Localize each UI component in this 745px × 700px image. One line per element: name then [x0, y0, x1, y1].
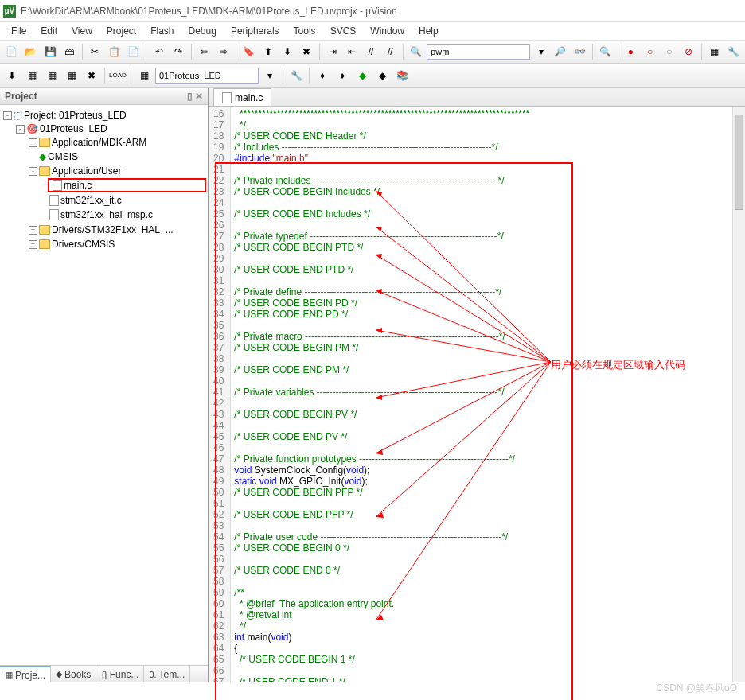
tab-books[interactable]: ◆ Books [51, 666, 96, 682]
expand-icon[interactable]: - [16, 125, 25, 134]
file-icon [49, 209, 59, 220]
group-label: Drivers/CMSIS [52, 239, 115, 250]
incremental-find-button[interactable]: 👓 [571, 43, 588, 60]
tree-file-msp[interactable]: stm32f1xx_hal_msp.c [48, 208, 206, 221]
target-dropdown[interactable]: ▾ [261, 67, 279, 84]
uncomment-button[interactable]: // [382, 43, 399, 60]
tree-target[interactable]: - 🎯 01Proteus_LED [14, 122, 206, 135]
build-button[interactable]: ▦ [23, 67, 41, 84]
options-button[interactable]: 🔧 [287, 67, 305, 84]
tree-group-drivers-cmsis[interactable]: + Drivers/CMSIS [27, 238, 206, 251]
vertical-scrollbar[interactable] [732, 107, 745, 682]
tree-group-cmsis[interactable]: ◆ CMSIS [27, 150, 206, 163]
menu-svcs[interactable]: SVCS [324, 24, 363, 38]
expand-icon[interactable]: - [29, 167, 37, 176]
file-label: stm32f1xx_hal_msp.c [60, 209, 153, 220]
undo-button[interactable]: ↶ [150, 43, 167, 60]
download-button[interactable]: LOAD [109, 67, 127, 84]
debug-button[interactable]: 🔍 [597, 43, 614, 60]
group-label: Drivers/STM32F1xx_HAL_... [52, 224, 174, 235]
project-tree[interactable]: - ⬚ Project: 01Proteus_LED - 🎯 01Proteus… [0, 105, 208, 665]
indent-button[interactable]: ⇥ [324, 43, 341, 60]
panel-title: Project [5, 91, 37, 102]
redo-button[interactable]: ↷ [170, 43, 187, 60]
breakpoint-kill-button[interactable]: ⊘ [681, 43, 697, 60]
batch-build-button[interactable]: ▦ [63, 67, 80, 84]
editor-tab-main[interactable]: main.c [213, 88, 271, 106]
menu-window[interactable]: Window [364, 24, 411, 38]
tab-templates[interactable]: 0. Tem... [144, 666, 190, 682]
scroll-thumb[interactable] [735, 115, 743, 210]
new-button[interactable]: 📄 [3, 43, 20, 60]
breakpoint-insert-button[interactable]: ● [622, 43, 639, 60]
target-options-button[interactable]: ▦ [135, 67, 153, 84]
group-label: Application/User [52, 165, 121, 177]
rebuild-button[interactable]: ▦ [43, 67, 60, 84]
expand-icon[interactable]: + [29, 138, 37, 147]
manage-button[interactable]: ♦ [314, 67, 331, 84]
window-button[interactable]: ▦ [706, 43, 723, 60]
nav-back-button[interactable]: ⇦ [196, 43, 213, 60]
open-button[interactable]: 📂 [22, 43, 39, 60]
tree-file-it[interactable]: stm32f1xx_it.c [48, 194, 206, 207]
separator [319, 44, 320, 60]
find-dropdown[interactable]: ▾ [532, 43, 549, 60]
separator [403, 44, 404, 60]
bookmark-prev-button[interactable]: ⬆ [259, 43, 276, 60]
app-icon: µV [3, 5, 16, 18]
menu-edit[interactable]: Edit [34, 24, 64, 38]
stop-build-button[interactable]: ✖ [83, 67, 100, 84]
code-content[interactable]: ****************************************… [231, 107, 554, 682]
manage-rte-button[interactable]: ♦ [333, 67, 351, 84]
tab-label: main.c [235, 92, 263, 103]
menu-view[interactable]: View [65, 24, 99, 38]
find-button[interactable]: 🔍 [408, 43, 424, 60]
separator [82, 44, 83, 60]
menu-file[interactable]: File [5, 24, 33, 38]
tab-functions[interactable]: {} Func... [96, 666, 144, 682]
comment-button[interactable]: // [362, 43, 379, 60]
menu-debug[interactable]: Debug [182, 24, 223, 38]
code-editor[interactable]: 1617181920212223242526272829303132333435… [209, 107, 745, 682]
separator [146, 44, 146, 60]
bookmark-next-button[interactable]: ⬇ [279, 43, 296, 60]
tab-project[interactable]: ▦ Proje... [0, 666, 51, 682]
translate-button[interactable]: ⬇ [3, 67, 21, 84]
tree-group-mdkarm[interactable]: + Application/MDK-ARM [27, 136, 206, 149]
expand-icon[interactable]: + [29, 240, 37, 249]
tree-root[interactable]: - ⬚ Project: 01Proteus_LED [2, 109, 206, 122]
breakpoint-disable-button[interactable]: ○ [661, 43, 677, 60]
target-select[interactable] [155, 68, 259, 84]
menu-tools[interactable]: Tools [287, 24, 322, 38]
pack-installer-button[interactable]: ◆ [373, 67, 391, 84]
menu-flash[interactable]: Flash [144, 24, 180, 38]
cut-button[interactable]: ✂ [87, 43, 103, 60]
nav-forward-button[interactable]: ⇨ [215, 43, 232, 60]
expand-icon[interactable]: - [3, 111, 12, 120]
save-button[interactable]: 💾 [41, 43, 58, 60]
find-input[interactable] [427, 44, 530, 60]
window-title: E:\WorkDir\ARM\ARMbook\01Proteus_LED\MDK… [21, 6, 397, 17]
paste-button[interactable]: 📄 [125, 43, 142, 60]
separator [309, 68, 310, 84]
tree-group-user[interactable]: - Application/User [27, 165, 206, 177]
file-icon [53, 180, 62, 191]
menu-help[interactable]: Help [412, 24, 445, 38]
tree-file-main[interactable]: main.c [48, 178, 206, 192]
copy-button[interactable]: 📋 [106, 43, 123, 60]
unindent-button[interactable]: ⇤ [343, 43, 360, 60]
books-button[interactable]: 📚 [393, 67, 411, 84]
menu-project[interactable]: Project [100, 24, 142, 38]
config-button[interactable]: 🔧 [725, 43, 742, 60]
breakpoint-enable-button[interactable]: ○ [642, 43, 658, 60]
bookmark-button[interactable]: 🔖 [240, 43, 257, 60]
annotation-text: 用户必须在规定区域输入代码 [551, 358, 685, 372]
expand-icon[interactable]: + [29, 226, 37, 235]
save-all-button[interactable]: 🗃 [61, 43, 78, 60]
menu-peripherals[interactable]: Peripherals [224, 24, 286, 38]
select-packs-button[interactable]: ◆ [353, 67, 371, 84]
bookmark-clear-button[interactable]: ✖ [298, 43, 315, 60]
menubar: File Edit View Project Flash Debug Perip… [0, 22, 745, 40]
tree-group-hal[interactable]: + Drivers/STM32F1xx_HAL_... [27, 224, 206, 236]
find-in-files-button[interactable]: 🔎 [552, 43, 568, 60]
